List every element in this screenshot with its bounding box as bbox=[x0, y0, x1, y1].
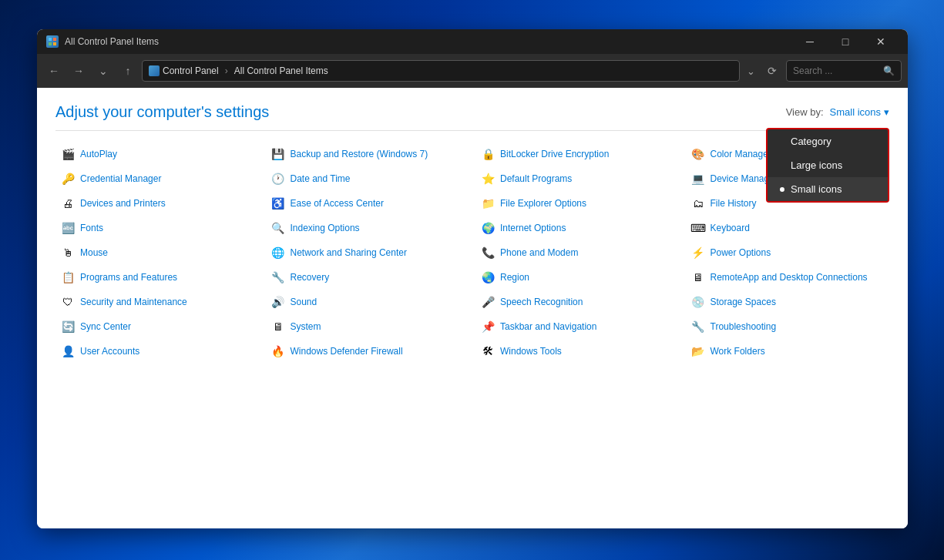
item-label-bitlocker: BitLocker Drive Encryption bbox=[500, 149, 609, 159]
item-label-file-explorer-options: File Explorer Options bbox=[500, 198, 586, 209]
item-default-programs[interactable]: ⭐ Default Programs bbox=[475, 168, 680, 189]
down-button[interactable]: ⌄ bbox=[92, 60, 114, 82]
svg-rect-2 bbox=[49, 42, 52, 45]
item-label-programs-and-features: Programs and Features bbox=[80, 272, 177, 283]
item-label-autoplay: AutoPlay bbox=[80, 149, 117, 159]
item-keyboard[interactable]: ⌨ Keyboard bbox=[686, 217, 890, 239]
dropdown-item-large-icons[interactable]: Large icons bbox=[768, 153, 888, 177]
view-by-value: Small icons bbox=[830, 106, 881, 118]
item-icon-autoplay: 🎬 bbox=[60, 146, 76, 162]
item-label-troubleshooting: Troubleshooting bbox=[711, 321, 777, 332]
item-icon-recovery: 🔧 bbox=[270, 270, 286, 285]
item-sound[interactable]: 🔊 Sound bbox=[266, 291, 470, 313]
back-button[interactable]: ← bbox=[43, 60, 65, 82]
item-icon-color-management: 🎨 bbox=[690, 146, 706, 162]
item-bitlocker[interactable]: 🔒 BitLocker Drive Encryption bbox=[475, 143, 680, 165]
address-box[interactable]: Control Panel › All Control Panel Items bbox=[142, 60, 740, 82]
item-network-and-sharing-center[interactable]: 🌐 Network and Sharing Center bbox=[266, 242, 470, 263]
item-label-power-options: Power Options bbox=[711, 247, 771, 258]
item-icon-sync-center: 🔄 bbox=[60, 319, 76, 334]
window-controls: ─ □ ✕ bbox=[792, 29, 899, 54]
item-icon-fonts: 🔤 bbox=[60, 220, 76, 236]
forward-button[interactable]: → bbox=[68, 60, 89, 82]
item-icon-date-and-time: 🕐 bbox=[270, 171, 286, 186]
item-backup-and-restore[interactable]: 💾 Backup and Restore (Windows 7) bbox=[266, 143, 470, 165]
item-icon-windows-tools: 🛠 bbox=[480, 344, 496, 359]
item-label-default-programs: Default Programs bbox=[500, 173, 572, 184]
item-label-internet-options: Internet Options bbox=[500, 223, 566, 233]
svg-rect-1 bbox=[53, 38, 56, 41]
item-label-remoteapp: RemoteApp and Desktop Connections bbox=[711, 272, 868, 283]
item-windows-tools[interactable]: 🛠 Windows Tools bbox=[475, 340, 680, 362]
item-label-recovery: Recovery bbox=[291, 272, 330, 283]
item-date-and-time[interactable]: 🕐 Date and Time bbox=[266, 168, 470, 189]
view-by-button[interactable]: Small icons ▾ bbox=[830, 106, 889, 118]
minimize-button[interactable]: ─ bbox=[792, 29, 828, 54]
search-icon: 🔍 bbox=[883, 65, 895, 76]
item-autoplay[interactable]: 🎬 AutoPlay bbox=[55, 143, 260, 165]
window-icon bbox=[46, 35, 59, 48]
item-remoteapp[interactable]: 🖥 RemoteApp and Desktop Connections bbox=[686, 267, 890, 288]
dropdown-item-category[interactable]: Category bbox=[768, 129, 888, 153]
item-icon-remoteapp: 🖥 bbox=[690, 270, 706, 285]
item-icon-speech-recognition: 🎤 bbox=[480, 294, 496, 310]
breadcrumb-1: Control Panel bbox=[163, 65, 219, 76]
dropdown-label-small-icons: Small icons bbox=[791, 183, 842, 195]
item-mouse[interactable]: 🖱 Mouse bbox=[55, 242, 260, 263]
content-area: Adjust your computer's settings View by:… bbox=[37, 88, 908, 528]
search-box[interactable]: 🔍 bbox=[786, 60, 902, 82]
item-sync-center[interactable]: 🔄 Sync Center bbox=[55, 316, 260, 337]
items-grid: 🎬 AutoPlay 💾 Backup and Restore (Windows… bbox=[55, 143, 889, 362]
item-label-mouse: Mouse bbox=[80, 247, 108, 258]
item-work-folders[interactable]: 📂 Work Folders bbox=[686, 340, 890, 362]
item-recovery[interactable]: 🔧 Recovery bbox=[266, 267, 470, 288]
view-dropdown-menu: Category Large icons Small icons bbox=[766, 128, 889, 203]
item-label-windows-tools: Windows Tools bbox=[500, 346, 562, 357]
up-button[interactable]: ↑ bbox=[117, 60, 139, 82]
item-fonts[interactable]: 🔤 Fonts bbox=[55, 217, 260, 239]
item-taskbar-and-navigation[interactable]: 📌 Taskbar and Navigation bbox=[475, 316, 680, 337]
dropdown-item-small-icons[interactable]: Small icons bbox=[768, 177, 888, 201]
close-button[interactable]: ✕ bbox=[863, 29, 899, 54]
item-label-windows-defender-firewall: Windows Defender Firewall bbox=[291, 346, 403, 357]
item-icon-windows-defender-firewall: 🔥 bbox=[270, 344, 286, 359]
item-windows-defender-firewall[interactable]: 🔥 Windows Defender Firewall bbox=[266, 340, 470, 362]
maximize-button[interactable]: □ bbox=[828, 29, 863, 54]
item-user-accounts[interactable]: 👤 User Accounts bbox=[55, 340, 260, 362]
refresh-button[interactable]: ⟳ bbox=[761, 60, 783, 82]
item-label-file-history: File History bbox=[711, 198, 757, 209]
item-file-explorer-options[interactable]: 📁 File Explorer Options bbox=[475, 193, 680, 214]
item-programs-and-features[interactable]: 📋 Programs and Features bbox=[55, 267, 260, 288]
item-speech-recognition[interactable]: 🎤 Speech Recognition bbox=[475, 291, 680, 313]
item-indexing-options[interactable]: 🔍 Indexing Options bbox=[266, 217, 470, 239]
dropdown-label-large-icons: Large icons bbox=[791, 159, 842, 171]
address-bar: ← → ⌄ ↑ Control Panel › All Control Pane… bbox=[37, 54, 908, 88]
search-input[interactable] bbox=[793, 65, 878, 76]
dropdown-bullet-small-icons bbox=[780, 187, 784, 192]
item-icon-phone-and-modem: 📞 bbox=[480, 245, 496, 260]
item-storage-spaces[interactable]: 💿 Storage Spaces bbox=[686, 291, 890, 313]
item-internet-options[interactable]: 🌍 Internet Options bbox=[475, 217, 680, 239]
page-title: Adjust your computer's settings bbox=[55, 103, 269, 121]
item-security-and-maintenance[interactable]: 🛡 Security and Maintenance bbox=[55, 291, 260, 313]
view-by-control: View by: Small icons ▾ bbox=[786, 106, 889, 118]
item-credential-manager[interactable]: 🔑 Credential Manager bbox=[55, 168, 260, 189]
item-phone-and-modem[interactable]: 📞 Phone and Modem bbox=[475, 242, 680, 263]
item-icon-ease-of-access-center: ♿ bbox=[270, 196, 286, 211]
address-dropdown-button[interactable]: ⌄ bbox=[743, 60, 758, 82]
item-icon-internet-options: 🌍 bbox=[480, 220, 496, 236]
item-icon-file-history: 🗂 bbox=[690, 196, 706, 211]
content-header: Adjust your computer's settings View by:… bbox=[55, 103, 889, 131]
item-troubleshooting[interactable]: 🔧 Troubleshooting bbox=[686, 316, 890, 337]
item-label-date-and-time: Date and Time bbox=[291, 173, 351, 184]
item-label-network-and-sharing-center: Network and Sharing Center bbox=[291, 247, 407, 258]
item-power-options[interactable]: ⚡ Power Options bbox=[686, 242, 890, 263]
item-icon-mouse: 🖱 bbox=[60, 245, 76, 260]
window-title: All Control Panel Items bbox=[65, 36, 792, 47]
item-region[interactable]: 🌏 Region bbox=[475, 267, 680, 288]
item-devices-and-printers[interactable]: 🖨 Devices and Printers bbox=[55, 193, 260, 214]
view-by-label: View by: bbox=[786, 106, 824, 118]
item-icon-network-and-sharing-center: 🌐 bbox=[270, 245, 286, 260]
item-system[interactable]: 🖥 System bbox=[266, 316, 470, 337]
item-ease-of-access-center[interactable]: ♿ Ease of Access Center bbox=[266, 193, 470, 214]
